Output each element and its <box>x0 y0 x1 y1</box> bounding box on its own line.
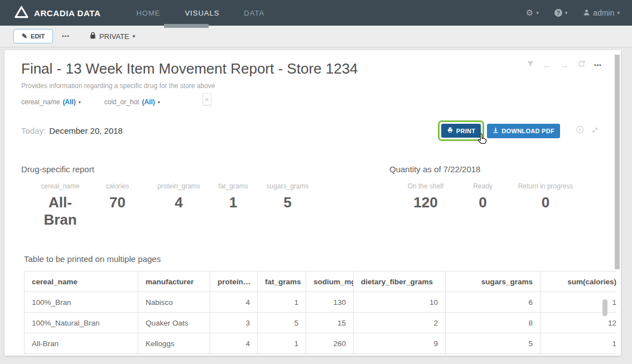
cell: 100%_Natural_Bran <box>25 313 138 333</box>
cell: 1 <box>541 333 617 354</box>
nav-link-visuals[interactable]: VISUALS <box>185 9 219 17</box>
cell: 6 <box>446 292 541 313</box>
today-date: December 20, 2018 <box>49 126 123 135</box>
cell: 130 <box>306 292 354 313</box>
nav-link-home[interactable]: HOME <box>136 9 160 17</box>
help-icon: ? <box>554 9 562 17</box>
top-navbar: ARCADIA DATA HOME VISUALS DATA ⚙ ▾ ? ▾ a… <box>0 0 632 26</box>
kpi-group-drug-report: Drug-specific report cereal_name All-Bra… <box>21 164 373 229</box>
table-row: 100%_Bran Nabisco 4 1 130 10 6 1 <box>25 292 617 313</box>
privacy-dropdown[interactable]: PRIVATE ▾ <box>90 32 135 41</box>
chevron-down-icon: ▾ <box>133 33 136 39</box>
settings-menu[interactable]: ⚙ ▾ <box>526 8 539 18</box>
filter-cereal-name[interactable]: cereal_name (All) ▾ <box>21 98 81 106</box>
more-options-button[interactable]: ••• <box>62 33 70 39</box>
page-subtitle: Provides information regarding a specifi… <box>21 82 621 90</box>
mouse-cursor-hand-icon <box>476 133 489 148</box>
username: admin <box>593 8 614 17</box>
cell: 9 <box>354 333 446 354</box>
col-header-sum-calories[interactable]: sum(calories) <box>541 271 617 292</box>
download-pdf-button[interactable]: DOWNLOAD PDF <box>487 124 560 138</box>
filter-bar: cereal_name (All) ▾ cold_or_hot (All) ▾ … <box>21 98 621 106</box>
kpi-group-quantity: Quantity as of 7/22/2018 On the shelf 12… <box>373 164 587 229</box>
cell: 1 <box>258 292 306 313</box>
kpi-value: 120 <box>389 194 462 211</box>
brand[interactable]: ARCADIA DATA <box>15 6 100 21</box>
cell: Nabisco <box>138 292 210 313</box>
kpi-label: calories <box>85 182 149 190</box>
kpi-ready: Ready 0 <box>462 182 504 211</box>
col-header-protein[interactable]: protein… <box>210 271 258 292</box>
print-button[interactable]: PRINT <box>441 124 481 138</box>
help-menu[interactable]: ? ▾ <box>554 9 568 17</box>
back-arrow-icon[interactable]: ← <box>543 60 552 70</box>
user-menu[interactable]: admin ▾ <box>583 8 620 18</box>
kpi-label: On the shelf <box>389 182 462 190</box>
kpi-label: fat_grams <box>208 182 258 190</box>
nav-link-data[interactable]: DATA <box>244 9 264 17</box>
forward-arrow-icon[interactable]: → <box>560 60 569 70</box>
expand-fullscreen-icon[interactable] <box>591 126 599 136</box>
kpi-protein-grams: protein_grams 4 <box>149 182 208 229</box>
kpi-label: protein_grams <box>149 182 208 190</box>
col-header-sugars-grams[interactable]: sugars_grams <box>446 271 541 292</box>
col-header-cereal-name[interactable]: cereal_name <box>25 271 138 292</box>
today-label: Today: <box>21 126 46 135</box>
kpi-group-title: Quantity as of 7/22/2018 <box>389 164 587 174</box>
print-button-label: PRINT <box>456 128 476 134</box>
kpi-value: 70 <box>85 194 149 211</box>
gear-icon: ⚙ <box>526 8 533 18</box>
widget-mini-icons <box>576 125 599 136</box>
table-container: cereal_name manufacturer protein… fat_gr… <box>24 271 616 354</box>
refresh-icon[interactable] <box>577 60 586 70</box>
col-header-sodium-mg[interactable]: sodium_mg <box>306 271 354 292</box>
cell: 100%_Bran <box>25 292 138 313</box>
print-highlight-box: PRINT <box>438 120 485 141</box>
edit-button[interactable]: ✎ EDIT <box>13 29 53 43</box>
table-title: Table to be printed on multiple pages <box>24 254 621 264</box>
filter-value: (All) <box>142 98 155 106</box>
kpi-group-title: Drug-specific report <box>21 164 373 174</box>
user-icon <box>583 8 590 18</box>
kpi-sections: Drug-specific report cereal_name All-Bra… <box>21 164 621 229</box>
cell: 8 <box>446 313 541 333</box>
download-pdf-label: DOWNLOAD PDF <box>501 128 554 134</box>
kpi-label: Ready <box>462 182 504 190</box>
card-more-options-button[interactable]: ••• <box>594 62 602 68</box>
filter-cold-or-hot[interactable]: cold_or_hot (All) ▾ <box>104 98 160 106</box>
filter-value: (All) <box>62 98 75 106</box>
table-scrollbar-thumb[interactable] <box>602 299 607 316</box>
cell: 5 <box>258 313 306 333</box>
kpi-value: 0 <box>504 194 587 211</box>
kpi-row: On the shelf 120 Ready 0 Return in progr… <box>389 182 587 211</box>
kpi-label: Return in progress <box>504 182 587 190</box>
col-header-manufacturer[interactable]: manufacturer <box>138 271 210 292</box>
filter-funnel-icon[interactable] <box>527 60 534 70</box>
chevron-down-icon: ▾ <box>536 10 539 16</box>
col-header-dietary-fiber-grams[interactable]: dietary_fiber_grams <box>354 271 446 292</box>
dashboard-toolbar: ✎ EDIT ••• PRIVATE ▾ <box>0 26 632 47</box>
kpi-cereal-name: cereal_name All-Bran <box>35 182 85 229</box>
collapse-filters-button[interactable]: « <box>202 93 211 105</box>
kpi-value: All-Bran <box>35 194 85 229</box>
cell: Quaker Oats <box>138 313 210 333</box>
cell: 1 <box>258 333 306 354</box>
cell: 15 <box>306 313 354 333</box>
cell: 260 <box>306 333 354 354</box>
chevron-down-icon: ▾ <box>617 10 620 16</box>
filter-name: cold_or_hot <box>104 98 139 106</box>
cell: 10 <box>354 292 446 313</box>
col-header-fat-grams[interactable]: fat_grams <box>258 271 306 292</box>
kpi-row: cereal_name All-Bran calories 70 protein… <box>35 182 373 229</box>
schedule-download-icon[interactable] <box>576 125 584 136</box>
pencil-icon: ✎ <box>22 32 27 40</box>
chevron-down-icon: ▾ <box>79 100 81 105</box>
filter-name: cereal_name <box>21 98 60 106</box>
table-row: All-Bran Kelloggs 4 1 260 9 5 1 <box>25 333 617 354</box>
card-scrollbar-thumb[interactable] <box>615 55 620 269</box>
cell: 5 <box>446 333 541 354</box>
printer-icon <box>447 127 454 134</box>
today-row: Today: December 20, 2018 PRINT DOWNLOAD … <box>21 120 621 141</box>
download-icon <box>493 127 499 135</box>
data-table: cereal_name manufacturer protein… fat_gr… <box>24 271 616 354</box>
